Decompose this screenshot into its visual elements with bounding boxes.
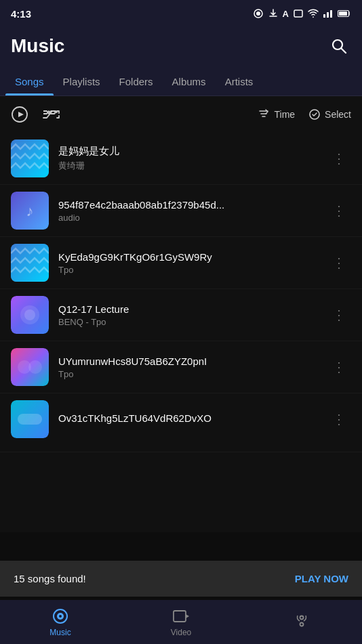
list-item[interactable]: ♪ 954f87e4c2baaab08ab1f2379b45d... audio… [0,185,362,237]
screen-icon [293,8,304,19]
nav-music[interactable]: Music [0,602,121,643]
song-info: KyEda9gG9KrTKgO6r1GySW9Ry Tpo [58,251,317,275]
svg-line-9 [342,49,346,53]
search-button[interactable] [327,34,351,58]
song-thumbnail [11,348,49,386]
song-more-button[interactable]: ⋮ [327,304,351,326]
music-icon [52,607,69,625]
select-label: Select [325,109,351,120]
song-artist: audio [58,213,317,223]
list-item[interactable]: 是妈妈是女儿 黄绮珊 ⋮ [0,133,362,185]
nav-more[interactable] [241,607,362,638]
notification-icon [253,8,264,19]
song-title: 954f87e4c2baaab08ab1f2379b45d... [58,199,317,211]
controls-left [11,106,61,123]
page-title: Music [11,35,64,57]
shuffle-button[interactable] [42,108,61,121]
svg-point-19 [24,309,35,320]
svg-point-30 [300,616,304,619]
nav-music-label: Music [49,628,71,637]
svg-marker-11 [18,112,24,117]
snackbar-text: 15 songs found! [14,573,86,584]
text-icon: A [283,9,289,19]
signal-icon [323,9,334,18]
tab-songs[interactable]: Songs [5,68,54,95]
song-more-button[interactable]: ⋮ [327,252,351,274]
status-bar: 4:13 A [0,0,362,27]
song-title: KyEda9gG9KrTKgO6r1GySW9Ry [58,251,317,263]
song-more-button[interactable]: ⋮ [327,356,351,378]
song-thumbnail [11,244,49,282]
play-now-button[interactable]: PLAY NOW [295,573,348,584]
list-item[interactable]: Q12-17 Lecture BENQ - Tpo ⋮ [0,289,362,341]
tab-albums[interactable]: Albums [163,68,216,95]
svg-point-1 [256,12,260,16]
song-artist: Tpo [58,369,317,379]
status-time: 4:13 [11,8,31,20]
song-more-button[interactable]: ⋮ [327,148,351,169]
song-title: UYumrunwHcs8U75aB6ZYZ0pnI [58,356,317,367]
song-title: Ov31cTKhg5LzTU64VdR62DvXO [58,412,317,424]
song-info: Q12-17 Lecture BENQ - Tpo [58,303,317,327]
status-icons: A [253,8,351,19]
song-artist: BENQ - Tpo [58,317,317,327]
controls-right: Time Select [258,108,351,121]
song-list: 是妈妈是女儿 黄绮珊 ⋮ ♪ 954f87e4c2baaab08ab1f2379… [0,133,362,532]
song-thumbnail: ♪ [11,192,49,230]
bottom-nav: Music Video [0,600,362,644]
download-icon [268,8,279,19]
svg-point-22 [28,360,42,374]
svg-rect-28 [174,611,186,622]
list-item[interactable]: Ov31cTKhg5LzTU64VdR62DvXO ⋮ [0,393,362,452]
svg-point-31 [300,622,304,626]
song-more-button[interactable]: ⋮ [327,408,351,430]
wifi-icon [308,9,319,18]
song-artist: Tpo [58,265,317,275]
select-button[interactable]: Select [308,108,351,121]
nav-video-label: Video [171,628,191,637]
song-thumbnail [11,139,49,177]
svg-rect-3 [323,14,325,18]
song-thumbnail [11,400,49,438]
more-icon [293,612,310,630]
song-artist: 黄绮珊 [58,160,317,172]
sort-label: Time [274,109,295,120]
svg-marker-29 [186,614,189,618]
song-thumbnail [11,296,49,334]
tab-artists[interactable]: Artists [216,68,263,95]
song-title: 是妈妈是女儿 [58,145,317,158]
svg-rect-24 [18,414,42,425]
video-icon [172,607,190,625]
tab-folders[interactable]: Folders [110,68,163,95]
controls-bar: Time Select [0,96,362,133]
battery-icon [338,9,351,18]
svg-text:♪: ♪ [26,202,34,219]
svg-rect-2 [294,10,302,17]
song-info: Ov31cTKhg5LzTU64VdR62DvXO [58,412,317,426]
tabs: Songs Playlists Folders Albums Artists [0,68,362,96]
list-item[interactable]: UYumrunwHcs8U75aB6ZYZ0pnI Tpo ⋮ [0,341,362,393]
song-more-button[interactable]: ⋮ [327,200,351,221]
song-info: 是妈妈是女儿 黄绮珊 [58,145,317,172]
song-info: UYumrunwHcs8U75aB6ZYZ0pnI Tpo [58,356,317,379]
svg-rect-5 [330,10,332,18]
song-info: 954f87e4c2baaab08ab1f2379b45d... audio [58,199,317,223]
song-title: Q12-17 Lecture [58,303,317,315]
play-all-button[interactable] [11,106,28,123]
svg-point-27 [59,615,62,618]
sort-button[interactable]: Time [258,108,295,121]
svg-rect-7 [339,12,347,16]
svg-rect-4 [327,12,329,18]
list-item[interactable]: KyEda9gG9KrTKgO6r1GySW9Ry Tpo ⋮ [0,237,362,289]
tab-playlists[interactable]: Playlists [54,68,110,95]
nav-video[interactable]: Video [121,602,241,643]
snackbar: 15 songs found! PLAY NOW [0,561,362,597]
header: Music [0,27,362,68]
